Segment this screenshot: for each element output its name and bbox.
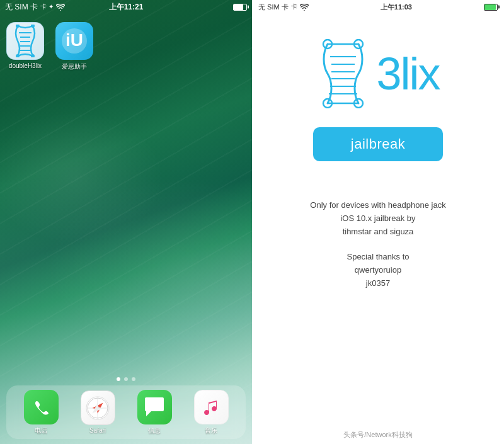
svg-text:iU: iU [66,30,83,50]
info-section: Only for devices with headphone jack iOS… [310,199,445,303]
jailbreak-button[interactable]: jailbreak [313,127,443,161]
dot-2 [124,377,128,381]
battery-icon-right [484,4,498,11]
carrier-right: 无 SIM 卡 卡 [258,3,309,12]
dock-icon-safari[interactable] [81,390,115,425]
time-left: 上午11:21 [109,2,144,13]
dock-app-safari[interactable]: Safari [81,390,115,434]
dot-1 [117,377,120,381]
battery-area-left [233,4,247,11]
carrier-text-left: 无 SIM 卡 [5,2,38,13]
phone-icon [32,397,50,416]
app-aisi[interactable]: iU 爱思助手 [55,22,93,71]
page-indicator [117,377,135,381]
battery-area-right [484,4,498,11]
wifi-icon-right [300,4,309,11]
logo-text: 3lix [376,51,439,96]
dot-3 [132,377,135,381]
dock-label-safari: Safari [89,427,106,434]
safari-icon [85,396,110,421]
dock-app-messages[interactable]: 信息 [137,390,172,435]
dock-label-music: 音乐 [205,426,217,435]
app-icon-doubleh3lix[interactable] [6,22,44,60]
dock-icon-music[interactable] [194,390,229,424]
status-bar-left: 无 SIM 卡 卡 ✦ 上午11:21 [0,0,252,14]
battery-fill-right [484,4,496,10]
apps-grid: doubleH3lix iU 爱思助手 [6,22,93,71]
info-line-4: Special thanks to [310,251,445,264]
watermark: 头条号/Network科技狗 [252,429,504,441]
app-label-doubleh3lix: doubleH3lix [9,62,42,69]
app-content: 3lix jailbreak Only for devices with hea… [252,14,504,444]
dna-icon-doubleh3lix [13,25,38,57]
battery-icon-left [233,4,247,11]
dock-app-music[interactable]: 音乐 [194,390,229,435]
info-group-2: Special thanks to qwertyoruiop jk0357 [310,251,445,290]
info-line-3: tihmstar and siguza [310,225,445,239]
aisi-logo-icon: iU [60,27,88,55]
battery-fill-left [234,4,243,10]
info-line-6: jk0357 [310,277,445,290]
sim-icon-right: 卡 [291,3,297,11]
dock-label-phone: 电话 [35,426,47,435]
carrier-text-right: 无 SIM 卡 [258,3,289,12]
time-right: 上午11:03 [381,3,412,12]
dock-app-phone[interactable]: 电话 [24,390,59,435]
app-label-aisi: 爱思助手 [62,62,87,71]
info-line-1: Only for devices with headphone jack [310,199,445,212]
dna-logo-icon [316,39,370,108]
dock-icon-messages[interactable] [137,390,172,424]
dock-label-messages: 信息 [148,426,161,435]
info-group-1: Only for devices with headphone jack iOS… [310,199,445,238]
wifi-icon-left [56,4,65,11]
status-bar-right: 无 SIM 卡 卡 上午11:03 [252,0,504,14]
carrier-left: 无 SIM 卡 卡 ✦ [5,2,65,13]
dock: 电话 Safari 信息 [6,385,246,439]
info-line-5: qwertyoruiop [310,264,445,277]
sim-icon-left: 卡 ✦ [40,3,54,11]
app-icon-aisi[interactable]: iU [55,22,93,60]
logo-area: 3lix [316,39,439,108]
dock-icon-phone[interactable] [24,390,59,424]
messages-icon [144,396,165,418]
music-icon [200,396,222,418]
app-doubleh3lix[interactable]: doubleH3lix [6,22,44,71]
left-iphone-panel: 无 SIM 卡 卡 ✦ 上午11:21 [0,0,252,444]
info-line-2: iOS 10.x jailbreak by [310,212,445,225]
right-app-panel: 无 SIM 卡 卡 上午11:03 [252,0,504,444]
